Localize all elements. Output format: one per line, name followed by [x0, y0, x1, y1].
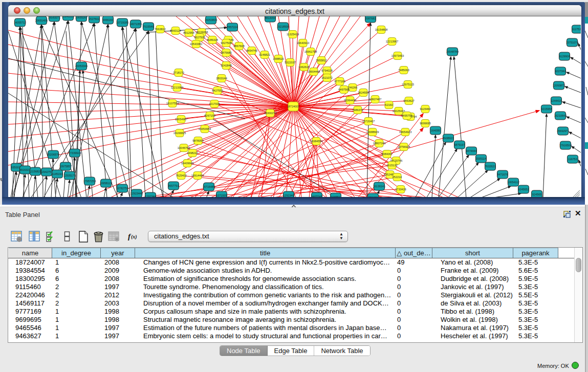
svg-text:15300273: 15300273 [264, 112, 276, 115]
svg-text:18807249: 18807249 [373, 142, 385, 145]
svg-text:8471676: 8471676 [497, 173, 508, 176]
svg-text:1145193: 1145193 [52, 172, 62, 176]
svg-text:6497568: 6497568 [338, 88, 349, 91]
svg-text:7515546: 7515546 [143, 25, 154, 28]
svg-text:19163271: 19163271 [48, 16, 60, 19]
svg-text:2803144: 2803144 [216, 77, 227, 80]
svg-text:18226058: 18226058 [195, 31, 208, 34]
svg-text:19654923: 19654923 [399, 130, 411, 134]
svg-text:10975857: 10975857 [59, 165, 72, 168]
svg-text:12213369: 12213369 [171, 86, 183, 89]
svg-text:9474444: 9474444 [466, 149, 476, 152]
svg-text:9146821: 9146821 [259, 53, 270, 56]
svg-text:9115460: 9115460 [420, 107, 430, 111]
svg-text:9777169: 9777169 [334, 80, 345, 83]
svg-text:9242848: 9242848 [221, 64, 231, 67]
svg-text:8267150: 8267150 [204, 114, 215, 117]
svg-text:8938923: 8938923 [443, 137, 453, 140]
svg-text:13353954: 13353954 [199, 127, 211, 130]
svg-text:6794028: 6794028 [321, 69, 332, 72]
svg-text:16782759: 16782759 [116, 187, 128, 190]
svg-text:252214: 252214 [393, 176, 402, 179]
svg-text:7485063: 7485063 [398, 69, 409, 72]
svg-text:8427552: 8427552 [212, 89, 223, 92]
svg-text:15692971: 15692971 [557, 129, 569, 133]
svg-text:19218506: 19218506 [277, 25, 289, 28]
svg-text:1244415: 1244415 [551, 99, 561, 102]
svg-text:8912954: 8912954 [183, 31, 194, 34]
svg-text:3215958: 3215958 [541, 107, 552, 111]
svg-text:11325419: 11325419 [287, 33, 299, 36]
svg-text:16210643: 16210643 [554, 114, 567, 117]
svg-text:164095: 164095 [431, 129, 440, 132]
svg-text:10958127: 10958127 [100, 182, 112, 185]
svg-text:8186328: 8186328 [207, 38, 217, 41]
svg-text:16107554: 16107554 [166, 102, 179, 105]
svg-text:924565: 924565 [532, 193, 541, 196]
svg-text:5875685: 5875685 [221, 51, 231, 54]
svg-text:7663822: 7663822 [155, 28, 165, 31]
svg-text:15751074: 15751074 [566, 41, 578, 44]
svg-text:10543382: 10543382 [190, 42, 202, 46]
svg-text:2935114: 2935114 [475, 157, 486, 160]
svg-text:1071935: 1071935 [216, 194, 227, 197]
svg-text:9227342: 9227342 [555, 70, 565, 73]
svg-text:18724007: 18724007 [287, 105, 299, 108]
svg-text:1621072: 1621072 [321, 76, 332, 79]
svg-text:19756928: 19756928 [398, 145, 410, 148]
svg-text:7632621: 7632621 [485, 165, 495, 168]
svg-text:9657791: 9657791 [168, 184, 179, 187]
svg-text:3624554: 3624554 [358, 91, 368, 94]
svg-text:19904448: 19904448 [308, 70, 320, 73]
svg-text:1117535: 1117535 [572, 28, 581, 31]
svg-text:6879197: 6879197 [454, 143, 465, 146]
svg-text:12505175: 12505175 [63, 174, 76, 177]
svg-text:16914469: 16914469 [191, 174, 204, 177]
svg-text:1362615: 1362615 [298, 65, 309, 69]
svg-text:7986372: 7986372 [352, 108, 363, 112]
svg-text:12213967: 12213967 [386, 40, 398, 43]
svg-text:9245652: 9245652 [518, 188, 529, 191]
svg-text:16154808: 16154808 [375, 28, 387, 31]
svg-text:16640910: 16640910 [297, 41, 309, 45]
svg-text:2867608: 2867608 [233, 45, 244, 48]
svg-text:20206576: 20206576 [47, 153, 59, 156]
svg-text:9129906: 9129906 [559, 55, 570, 58]
svg-text:10654112: 10654112 [507, 181, 519, 184]
svg-text:10025433: 10025433 [393, 110, 405, 113]
svg-text:17339924: 17339924 [69, 151, 81, 155]
svg-text:10973493: 10973493 [391, 54, 404, 57]
svg-text:16548784: 16548784 [446, 50, 459, 53]
svg-text:10688609: 10688609 [366, 130, 379, 134]
svg-text:773426: 773426 [368, 196, 378, 197]
svg-text:19166825: 19166825 [173, 132, 186, 135]
svg-text:20364436: 20364436 [344, 99, 356, 102]
svg-text:9327505: 9327505 [221, 41, 231, 45]
svg-text:15720407: 15720407 [362, 120, 375, 123]
svg-text:10807487: 10807487 [369, 98, 381, 101]
svg-text:1527602: 1527602 [89, 17, 99, 20]
svg-text:5322037: 5322037 [285, 61, 295, 64]
svg-text:18946310: 18946310 [62, 16, 74, 18]
svg-text:1615132: 1615132 [386, 164, 397, 167]
svg-text:8454749: 8454749 [246, 49, 257, 52]
svg-text:20691406: 20691406 [35, 19, 48, 22]
svg-text:5495756: 5495756 [401, 114, 412, 117]
svg-text:7857224: 7857224 [227, 26, 237, 29]
svg-text:1733426: 1733426 [395, 188, 406, 191]
svg-text:2718170: 2718170 [173, 71, 184, 74]
svg-text:14055712: 14055712 [14, 21, 26, 24]
svg-text:9384067: 9384067 [381, 152, 392, 156]
svg-text:9463627: 9463627 [403, 99, 414, 102]
svg-text:16961758: 16961758 [304, 50, 317, 53]
svg-text:16136141: 16136141 [373, 185, 385, 188]
svg-text:1017006: 1017006 [209, 102, 220, 105]
svg-text:15716485: 15716485 [203, 185, 215, 188]
svg-text:7955812: 7955812 [316, 59, 326, 62]
svg-text:12942757: 12942757 [40, 170, 53, 173]
svg-text:6466160: 6466160 [102, 18, 113, 21]
svg-text:9327505: 9327505 [194, 36, 205, 39]
svg-text:1588520: 1588520 [273, 57, 284, 60]
svg-text:16053809: 16053809 [205, 18, 217, 21]
svg-text:2087682: 2087682 [365, 17, 376, 20]
